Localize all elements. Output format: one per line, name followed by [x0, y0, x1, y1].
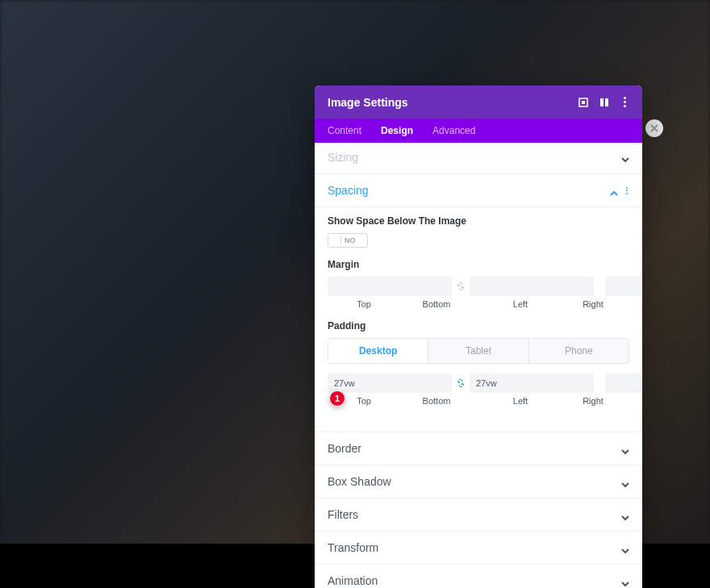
chevron-down-icon — [621, 153, 629, 161]
label-right: Right — [557, 396, 629, 406]
label-left: Left — [484, 396, 557, 406]
chevron-down-icon — [621, 444, 629, 452]
svg-rect-2 — [600, 98, 604, 106]
header-actions — [578, 95, 629, 109]
label-bottom: Bottom — [400, 299, 473, 309]
section-sizing[interactable]: Sizing — [315, 143, 642, 174]
section-border[interactable]: Border — [315, 432, 642, 465]
section-label-animation: Animation — [328, 574, 378, 587]
show-space-toggle[interactable]: NO — [328, 233, 368, 248]
section-spacing-body: Show Space Below The Image NO Margin — [315, 207, 642, 432]
margin-label: Margin — [328, 259, 629, 270]
link-icon[interactable] — [453, 279, 468, 294]
section-label-sizing: Sizing — [328, 151, 358, 164]
chevron-up-icon — [610, 186, 618, 194]
device-tabs: Desktop Tablet Phone — [328, 338, 629, 364]
chevron-down-icon — [621, 544, 629, 552]
annotation-marker-1: 1 — [329, 390, 345, 407]
padding-side-labels: TopBottom LeftRight — [328, 396, 629, 406]
kebab-menu-icon[interactable] — [620, 95, 629, 109]
label-top: Top — [328, 299, 400, 309]
show-space-label: Show Space Below The Image — [328, 215, 629, 227]
section-filters[interactable]: Filters — [315, 498, 642, 532]
section-box-shadow[interactable]: Box Shadow — [315, 465, 642, 498]
margin-left-input[interactable] — [605, 277, 642, 296]
section-label-transform: Transform — [328, 541, 378, 554]
chevron-down-icon — [621, 511, 629, 519]
device-tab-tablet[interactable]: Tablet — [428, 339, 528, 363]
label-left: Left — [484, 299, 557, 309]
section-menu-icon[interactable] — [624, 186, 629, 196]
section-label-border: Border — [328, 442, 361, 455]
margin-top-input[interactable] — [328, 277, 452, 296]
settings-panel: Image Settings Content Design Advanced S… — [315, 85, 642, 588]
toggle-knob — [328, 235, 341, 246]
tab-content[interactable]: Content — [328, 119, 361, 143]
margin-bottom-input[interactable] — [470, 277, 594, 296]
toggle-value: NO — [345, 236, 356, 244]
tab-advanced[interactable]: Advanced — [432, 119, 475, 143]
label-bottom: Bottom — [400, 396, 473, 406]
padding-bottom-input[interactable] — [470, 373, 594, 393]
section-transform[interactable]: Transform — [315, 532, 642, 565]
device-tab-desktop[interactable]: Desktop — [328, 339, 428, 363]
chevron-down-icon — [621, 477, 629, 486]
section-label-spacing: Spacing — [328, 184, 369, 197]
section-animation[interactable]: Animation — [315, 565, 642, 588]
panel-header[interactable]: Image Settings — [315, 85, 642, 119]
padding-left-input[interactable] — [605, 373, 642, 393]
link-icon[interactable] — [453, 376, 468, 390]
svg-rect-3 — [605, 98, 608, 106]
margin-inputs — [328, 277, 629, 296]
section-label-filters: Filters — [328, 508, 358, 521]
panel-body: Sizing Spacing Show Space Below The Imag… — [315, 143, 642, 588]
expand-icon[interactable] — [578, 98, 588, 107]
padding-inputs — [328, 373, 629, 393]
svg-rect-1 — [582, 101, 585, 104]
snap-icon[interactable] — [599, 98, 609, 107]
padding-label: Padding — [328, 320, 629, 332]
margin-side-labels: TopBottom LeftRight — [328, 299, 629, 309]
close-bubble[interactable] — [645, 119, 663, 137]
padding-top-input[interactable] — [328, 373, 452, 393]
section-label-box-shadow: Box Shadow — [328, 475, 391, 488]
tab-design[interactable]: Design — [381, 119, 413, 143]
main-tabs: Content Design Advanced — [315, 119, 642, 143]
device-tab-phone[interactable]: Phone — [529, 339, 629, 363]
chevron-down-icon — [621, 577, 629, 585]
panel-title: Image Settings — [328, 96, 408, 109]
label-right: Right — [557, 299, 629, 309]
section-spacing-header[interactable]: Spacing — [315, 174, 642, 207]
